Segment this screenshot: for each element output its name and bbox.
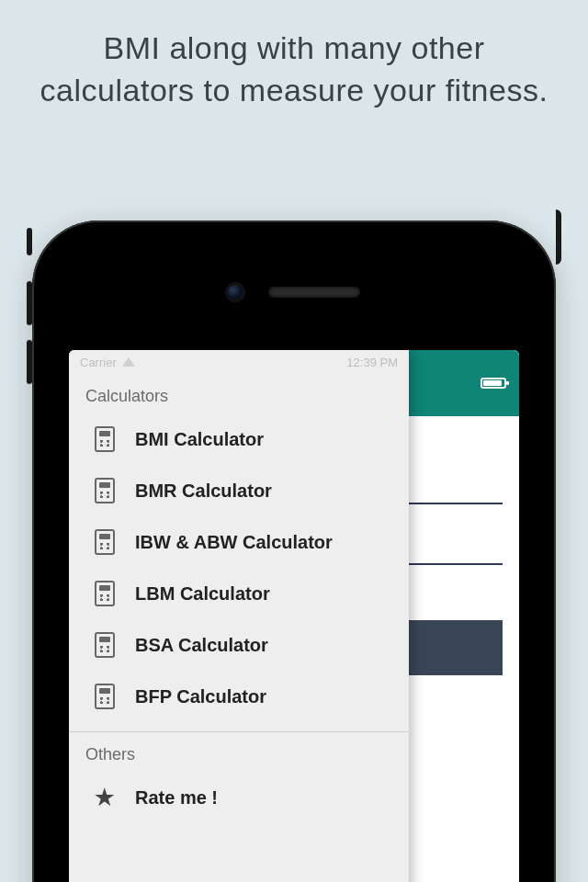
sidebar-item-lbm[interactable]: LBM Calculator xyxy=(69,568,409,619)
calculator-icon xyxy=(95,478,115,503)
section-others-title: Others xyxy=(69,732,409,772)
phone-frame: Weight Height Carrier xyxy=(32,220,556,882)
sidebar-item-label: LBM Calculator xyxy=(135,583,270,605)
section-calculators-title: Calculators xyxy=(69,374,409,413)
calculator-icon xyxy=(95,581,115,606)
power-button xyxy=(556,209,561,265)
status-bar: Carrier 12:39 PM xyxy=(69,350,409,374)
promo-headline: BMI along with many other calculators to… xyxy=(0,0,588,112)
wifi-icon xyxy=(122,357,135,367)
star-icon: ★ xyxy=(95,785,115,810)
mute-switch xyxy=(27,228,32,255)
calculator-icon xyxy=(95,426,115,452)
sidebar-item-bmi[interactable]: BMI Calculator xyxy=(69,413,409,465)
sidebar-item-label: BSA Calculator xyxy=(135,635,268,656)
sidebar-item-label: BMR Calculator xyxy=(135,481,272,502)
battery-icon xyxy=(481,378,506,389)
calculator-icon xyxy=(95,684,115,709)
calculator-icon xyxy=(95,529,115,555)
earpiece-speaker xyxy=(268,287,360,298)
sidebar-item-label: BMI Calculator xyxy=(135,429,264,450)
clock-label: 12:39 PM xyxy=(346,356,398,369)
carrier-label: Carrier xyxy=(80,356,117,369)
sidebar-item-label: IBW & ABW Calculator xyxy=(135,532,333,553)
sidebar-item-ibw-abw[interactable]: IBW & ABW Calculator xyxy=(69,516,409,568)
sidebar-item-bfp[interactable]: BFP Calculator xyxy=(69,671,409,722)
sidebar-item-label: Rate me ! xyxy=(135,787,218,808)
sidebar-item-bmr[interactable]: BMR Calculator xyxy=(69,465,409,516)
sidebar-item-bsa[interactable]: BSA Calculator xyxy=(69,619,409,671)
phone-screen: Weight Height Carrier xyxy=(69,350,519,882)
calculator-icon xyxy=(95,632,115,658)
sidebar-item-label: BFP Calculator xyxy=(135,686,266,707)
front-camera xyxy=(228,285,243,300)
side-drawer: Carrier 12:39 PM Calculators BMI Calcula… xyxy=(69,350,409,882)
sidebar-item-rate[interactable]: ★ Rate me ! xyxy=(69,772,409,823)
